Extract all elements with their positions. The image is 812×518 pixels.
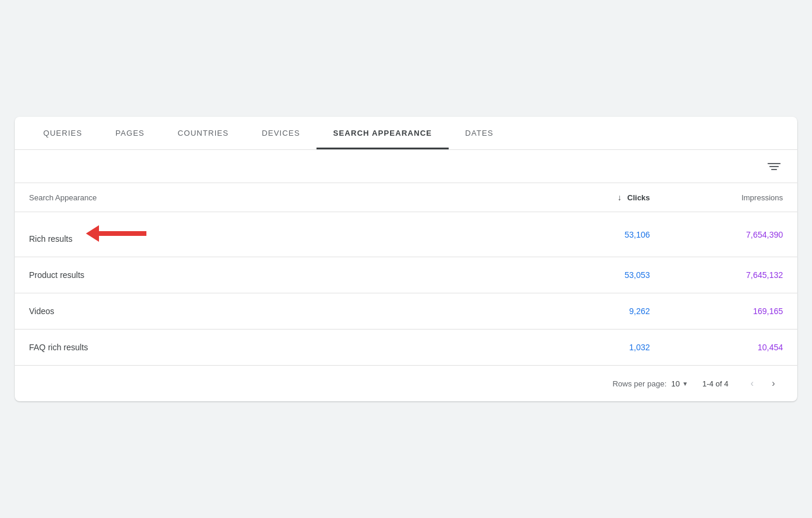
tab-countries[interactable]: COUNTRIES [161, 117, 245, 149]
tab-search-appearance[interactable]: SEARCH APPEARANCE [317, 117, 449, 149]
tab-queries[interactable]: QUERIES [27, 117, 99, 149]
table-row: Rich results53,1067,654,390 [15, 212, 797, 257]
main-card: QUERIES PAGES COUNTRIES DEVICES SEARCH A… [15, 117, 797, 401]
rows-per-page-container: Rows per page: 10 ▼ [612, 379, 688, 388]
row-impressions-value: 7,654,390 [664, 212, 797, 257]
tab-dates[interactable]: DATES [449, 117, 510, 149]
col-header-clicks: Clicks [627, 193, 650, 202]
row-clicks-value: 53,053 [523, 257, 664, 293]
table-footer: Rows per page: 10 ▼ 1-4 of 4 ‹ › [15, 365, 797, 401]
row-clicks-value: 53,106 [523, 212, 664, 257]
row-label-cell: Rich results [15, 212, 523, 257]
filter-row [15, 150, 797, 183]
table-row: Product results53,0537,645,132 [15, 257, 797, 293]
row-clicks-value: 1,032 [523, 330, 664, 366]
row-label-cell: Videos [15, 293, 523, 330]
next-page-button[interactable]: › [764, 374, 783, 393]
prev-page-button[interactable]: ‹ [743, 374, 762, 393]
row-clicks-value: 9,262 [523, 293, 664, 330]
row-impressions-value: 10,454 [664, 330, 797, 366]
pagination-nav: ‹ › [743, 374, 783, 393]
rows-per-page-value: 10 [672, 379, 680, 388]
row-impressions-value: 169,165 [664, 293, 797, 330]
page-info: 1-4 of 4 [702, 379, 728, 388]
tab-pages[interactable]: PAGES [99, 117, 161, 149]
sort-arrow-icon: ↓ [618, 193, 622, 202]
tabs-bar: QUERIES PAGES COUNTRIES DEVICES SEARCH A… [15, 117, 797, 150]
tab-devices[interactable]: DEVICES [245, 117, 317, 149]
rows-per-page-label: Rows per page: [612, 379, 666, 388]
arrow-head-icon [86, 225, 99, 242]
row-impressions-value: 7,645,132 [664, 257, 797, 293]
row-label-cell: FAQ rich results [15, 330, 523, 366]
row-label-cell: Product results [15, 257, 523, 293]
col-header-label: Search Appearance [29, 193, 97, 202]
rows-per-page-select[interactable]: 10 ▼ [672, 379, 688, 388]
table-row: FAQ rich results1,03210,454 [15, 330, 797, 366]
row-label-text: FAQ rich results [29, 343, 88, 352]
table-row: Videos9,262169,165 [15, 293, 797, 330]
annotation-arrow [87, 225, 146, 242]
row-label-text: Product results [29, 270, 84, 280]
data-table: Search Appearance ↓ Clicks Impressions R… [15, 183, 797, 365]
filter-button[interactable] [765, 161, 783, 172]
dropdown-arrow-icon: ▼ [682, 380, 688, 387]
row-label-text: Rich results [29, 234, 72, 244]
arrow-body [99, 231, 146, 236]
row-label-text: Videos [29, 306, 55, 316]
col-header-impressions: Impressions [741, 193, 783, 202]
